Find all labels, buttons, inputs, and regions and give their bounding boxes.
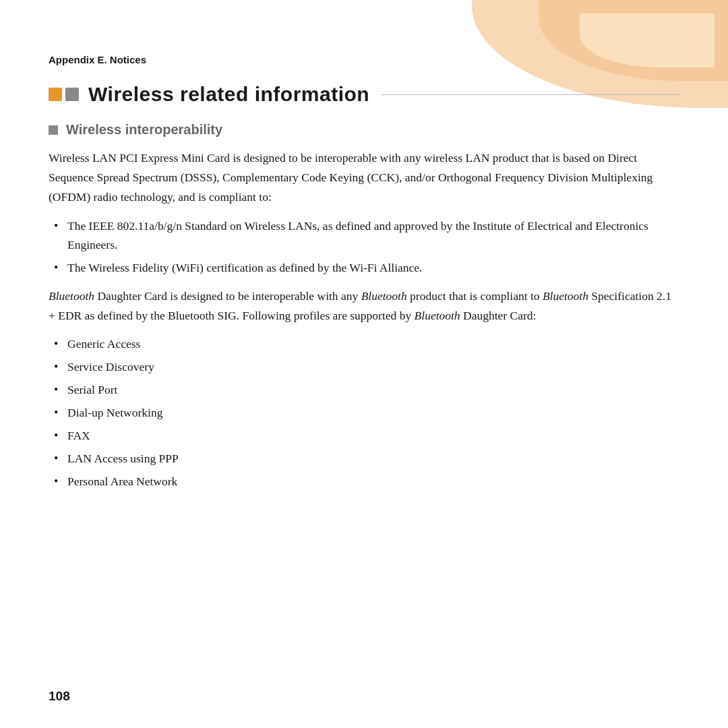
- list-item: Generic Access: [49, 334, 679, 353]
- list-item: Service Discovery: [49, 357, 679, 376]
- section-title: Wireless related information: [88, 83, 369, 106]
- sub-heading: Wireless interoperability: [66, 122, 222, 138]
- paragraph-1: Wireless LAN PCI Express Mini Card is de…: [49, 148, 679, 207]
- list-item: Personal Area Network: [49, 472, 679, 491]
- gray-square-icon: [65, 88, 79, 101]
- list-item: The Wireless Fidelity (WiFi) certificati…: [49, 258, 679, 277]
- bluetooth-italic-1: Bluetooth: [49, 289, 94, 303]
- list-item: Serial Port: [49, 380, 679, 399]
- orange-square-icon: [49, 88, 62, 101]
- bluetooth-italic-4: Bluetooth: [415, 309, 460, 322]
- paragraph2-text4: product that is compliant to: [407, 289, 543, 303]
- bluetooth-italic-3: Bluetooth: [543, 289, 588, 303]
- list-item: LAN Access using PPP: [49, 449, 679, 468]
- chapter-heading: Appendix E. Notices: [49, 0, 679, 76]
- bullet-list-1: The IEEE 802.11a/b/g/n Standard on Wirel…: [49, 216, 679, 277]
- bullet-list-2: Generic Access Service Discovery Serial …: [49, 334, 679, 491]
- section-title-row: Wireless related information: [49, 83, 679, 106]
- list-item: Dial-up Networking: [49, 403, 679, 422]
- title-line: [382, 94, 679, 95]
- paragraph-2: Bluetooth Daughter Card is designed to b…: [49, 286, 679, 326]
- page-number: 108: [49, 689, 70, 704]
- gray-small-square-icon: [49, 125, 58, 135]
- sub-section-wireless-interoperability: Wireless interoperability Wireless LAN P…: [49, 122, 679, 491]
- page-content: Appendix E. Notices Wireless related inf…: [0, 0, 728, 491]
- bluetooth-italic-2: Bluetooth: [361, 289, 407, 303]
- list-item: FAX: [49, 426, 679, 445]
- title-icons: [49, 88, 79, 101]
- paragraph2-text8: Daughter Card:: [460, 309, 537, 322]
- list-item: The IEEE 802.11a/b/g/n Standard on Wirel…: [49, 216, 679, 254]
- paragraph2-text2: Daughter Card is designed to be interope…: [94, 289, 361, 303]
- sub-heading-row: Wireless interoperability: [49, 122, 679, 138]
